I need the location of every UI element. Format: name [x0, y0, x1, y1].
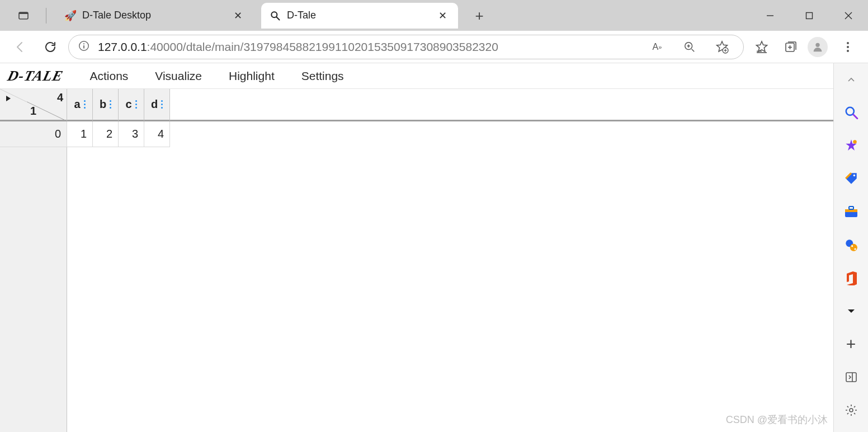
row-spacer	[170, 121, 833, 147]
column-header-c[interactable]: c	[119, 89, 144, 121]
back-button[interactable]	[8, 35, 32, 59]
svg-rect-1	[19, 12, 28, 14]
dtale-grid: 4 1 a b c d 0 1 2 3 4	[0, 89, 833, 432]
svg-rect-5	[806, 12, 813, 18]
total-rows: 1	[30, 105, 36, 118]
rocket-icon: 🚀	[64, 10, 77, 22]
svg-rect-10	[83, 45, 84, 49]
menu-highlight[interactable]: Highlight	[229, 69, 275, 83]
favorite-add-icon[interactable]	[710, 35, 734, 59]
tab-manager-button[interactable]	[11, 3, 36, 28]
minimize-button[interactable]	[751, 0, 790, 31]
maximize-button[interactable]	[790, 0, 829, 31]
cell-b[interactable]: 2	[93, 121, 119, 147]
new-tab-button[interactable]: +	[469, 6, 489, 26]
url-text: 127.0.0.1:40000/dtale/main/3197984588219…	[98, 40, 637, 54]
column-menu-icon[interactable]	[110, 100, 111, 109]
cell-c[interactable]: 3	[119, 121, 144, 147]
browser-toolbar: 127.0.0.1:40000/dtale/main/3197984588219…	[0, 31, 868, 63]
grid-gutter	[0, 147, 67, 432]
svg-point-23	[815, 43, 819, 46]
total-columns: 4	[57, 91, 63, 104]
dtale-menubar: D-TALE Actions Visualize Highlight Setti…	[0, 63, 833, 89]
refresh-button[interactable]	[38, 35, 63, 59]
grid-corner[interactable]	[0, 89, 27, 121]
tab-title: D-Tale Desktop	[82, 10, 225, 21]
sidebar-tag-icon[interactable]	[838, 167, 864, 190]
column-menu-icon[interactable]	[135, 100, 137, 109]
svg-point-34	[850, 243, 857, 251]
svg-point-9	[83, 43, 84, 44]
tab-dtale-desktop[interactable]: 🚀 D-Tale Desktop ✕	[56, 3, 253, 29]
column-header-d[interactable]: d	[144, 89, 170, 121]
header-spacer	[170, 89, 833, 121]
web-page: D-TALE Actions Visualize Highlight Setti…	[0, 63, 833, 432]
svg-line-3	[277, 17, 280, 20]
cell-d[interactable]: 4	[144, 121, 170, 147]
svg-line-27	[853, 115, 857, 119]
close-window-button[interactable]	[829, 0, 868, 31]
favorites-bar-icon[interactable]	[749, 35, 774, 59]
scroll-up-icon[interactable]	[838, 68, 864, 91]
edge-sidebar: +	[833, 63, 868, 432]
grid-corner-totals[interactable]: 4 1	[27, 89, 67, 121]
tab-dtale[interactable]: D-Tale ✕	[261, 3, 458, 29]
sidebar-toolbox-icon[interactable]	[838, 200, 864, 223]
window-controls	[751, 0, 868, 31]
address-bar[interactable]: 127.0.0.1:40000/dtale/main/3197984588219…	[68, 35, 744, 59]
column-header-a[interactable]: a	[67, 89, 93, 121]
svg-point-36	[854, 248, 856, 250]
menu-settings[interactable]: Settings	[301, 69, 344, 83]
search-icon	[269, 10, 281, 21]
svg-line-12	[692, 49, 695, 51]
close-icon[interactable]: ✕	[435, 7, 450, 24]
divider	[46, 8, 46, 24]
sidebar-collapse-icon[interactable]	[838, 366, 864, 389]
column-menu-icon[interactable]	[84, 100, 86, 109]
browser-titlebar: 🚀 D-Tale Desktop ✕ D-Tale ✕ +	[0, 0, 868, 31]
row-index[interactable]: 0	[27, 121, 67, 147]
svg-point-39	[850, 408, 853, 412]
sidebar-star-icon[interactable]	[838, 134, 864, 157]
svg-rect-32	[849, 206, 853, 209]
svg-point-28	[853, 140, 857, 144]
profile-avatar[interactable]	[808, 37, 828, 57]
svg-point-35	[851, 245, 853, 247]
tab-title: D-Tale	[287, 10, 430, 21]
sidebar-add-icon[interactable]: +	[838, 333, 864, 356]
site-info-icon[interactable]	[78, 40, 90, 54]
sidebar-settings-icon[interactable]	[838, 399, 864, 422]
collections-icon[interactable]	[779, 35, 803, 59]
zoom-icon[interactable]	[677, 35, 702, 59]
column-header-b[interactable]: b	[93, 89, 119, 121]
svg-point-29	[853, 175, 855, 176]
column-menu-icon[interactable]	[161, 100, 163, 109]
sidebar-games-icon[interactable]	[838, 233, 864, 256]
menu-actions[interactable]: Actions	[89, 69, 128, 83]
menu-visualize[interactable]: Visualize	[155, 69, 202, 83]
row-gutter[interactable]	[0, 121, 27, 147]
close-icon[interactable]: ✕	[230, 7, 246, 24]
more-menu-button[interactable]	[836, 35, 860, 59]
dtale-logo[interactable]: D-TALE	[6, 68, 65, 84]
sidebar-office-icon[interactable]	[838, 266, 864, 289]
sidebar-expand-icon[interactable]	[838, 299, 864, 322]
grid-body	[67, 147, 833, 432]
read-aloud-icon[interactable]: A»	[645, 35, 669, 59]
svg-point-26	[846, 107, 853, 115]
cell-a[interactable]: 1	[67, 121, 93, 147]
expand-icon[interactable]	[4, 92, 12, 105]
sidebar-search-icon[interactable]	[838, 101, 864, 124]
